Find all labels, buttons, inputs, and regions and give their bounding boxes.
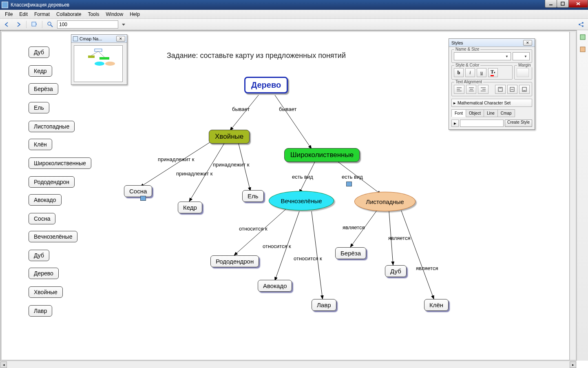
menu-format[interactable]: Format [31, 11, 53, 18]
node-label: Вечнозелёные [281, 197, 322, 204]
concept-pill[interactable]: Хвойные [29, 286, 63, 298]
vertical-scrollbar[interactable] [570, 31, 576, 360]
node-label: Листопадные [366, 198, 404, 205]
svg-line-32 [91, 51, 98, 55]
concept-pill[interactable]: Авокадо [29, 194, 62, 206]
bold-button[interactable]: b [454, 68, 464, 77]
align-right-button[interactable] [478, 85, 489, 94]
align-left-button[interactable] [454, 85, 464, 94]
concept-pill[interactable]: Ель [29, 102, 49, 113]
app-icon [2, 2, 8, 8]
valign-top-button[interactable] [495, 85, 506, 94]
concept-pill[interactable]: Вечнозелёные [29, 231, 77, 242]
navigator-close-button[interactable]: ✕ [116, 36, 125, 42]
concept-pill[interactable]: Листопадные [29, 121, 75, 132]
horizontal-scrollbar[interactable]: ◂ ▸ [0, 361, 577, 368]
node-conifer[interactable]: Хвойные [209, 130, 250, 144]
panel-toggle-icon-2[interactable] [578, 45, 587, 54]
canvas[interactable]: Задание: составьте карту из предложенных… [1, 31, 570, 360]
styles-close-button[interactable]: ✕ [523, 40, 532, 46]
leaf-avocado[interactable]: Авокадо [258, 280, 292, 292]
concept-pill[interactable]: Кедр [29, 65, 52, 77]
link-label: относится к [239, 226, 267, 232]
concept-pill[interactable]: Дерево [29, 268, 59, 279]
concept-pill[interactable]: Широколиственные [29, 157, 91, 169]
fieldset-name-size: Name & Size ▼ ▼ [451, 49, 532, 63]
link-label: бывает [232, 106, 250, 112]
valign-bottom-button[interactable] [519, 85, 530, 94]
margin-button[interactable] [517, 68, 529, 77]
font-size-combo[interactable]: ▼ [513, 52, 530, 60]
svg-line-11 [580, 25, 582, 26]
link-label: является [343, 224, 365, 231]
concept-pill[interactable]: Берёза [29, 83, 58, 95]
navigator-titlebar[interactable]: Cmap Na... ✕ [71, 35, 127, 43]
tab-cmap[interactable]: Cmap [497, 109, 515, 117]
node-evergreen[interactable]: Вечнозелёные [269, 191, 334, 211]
maximize-button[interactable] [557, 0, 569, 8]
math-charset-expand[interactable]: ▸ Mathematical Character Set [451, 99, 532, 107]
leaf-laurel[interactable]: Лавр [312, 299, 336, 311]
svg-line-2 [577, 2, 580, 5]
valign-middle-button[interactable] [507, 85, 518, 94]
styles-title: Styles [451, 40, 463, 45]
views-button[interactable] [30, 20, 39, 29]
concept-pill[interactable]: Рододендрон [29, 176, 75, 188]
forward-button[interactable] [14, 20, 23, 29]
text-color-button[interactable]: T▾ [488, 68, 498, 77]
share-icon[interactable] [577, 20, 586, 29]
svg-line-15 [275, 95, 312, 149]
close-button[interactable] [568, 0, 588, 8]
leaf-rhodo[interactable]: Рододендрон [210, 255, 259, 267]
resource-icon[interactable] [346, 182, 352, 186]
menu-edit[interactable]: Edit [16, 11, 31, 18]
node-deciduous[interactable]: Листопадные [354, 192, 416, 211]
tab-line[interactable]: Line [484, 109, 498, 117]
align-center-button[interactable] [466, 85, 477, 94]
svg-rect-13 [580, 47, 585, 52]
zoom-dropdown[interactable] [121, 20, 126, 29]
scroll-left-arrow[interactable]: ◂ [0, 361, 7, 368]
node-broadleaf[interactable]: Широколиственные [284, 148, 360, 162]
create-style-button[interactable]: Create Style [505, 120, 532, 127]
tab-font[interactable]: Font [451, 109, 466, 117]
concept-pill[interactable]: Дуб [29, 250, 49, 261]
concept-pill[interactable]: Клён [29, 139, 52, 150]
math-label: Mathematical Character Set [458, 100, 511, 105]
scroll-right-arrow[interactable]: ▸ [570, 361, 576, 368]
style-play-button[interactable]: ▸ [451, 120, 459, 127]
concept-pill[interactable]: Лавр [29, 305, 52, 317]
concept-pill[interactable]: Дуб [29, 47, 49, 58]
leaf-maple[interactable]: Клён [424, 299, 449, 311]
leaf-birch[interactable]: Берёза [335, 247, 366, 259]
menu-help[interactable]: Help [126, 11, 143, 18]
zoom-icon[interactable] [46, 20, 55, 29]
node-root[interactable]: Дерево [244, 77, 288, 93]
styles-titlebar[interactable]: Styles ✕ [449, 39, 535, 47]
fieldset-style-color: Style & Color b i u T▾ [451, 65, 513, 80]
italic-button[interactable]: i [465, 68, 475, 77]
menu-window[interactable]: Window [102, 11, 126, 18]
minimize-button[interactable] [545, 0, 557, 8]
style-name-input[interactable] [460, 120, 504, 127]
concept-pill[interactable]: Сосна [29, 213, 55, 224]
underline-button[interactable]: u [477, 68, 486, 77]
leaf-oak[interactable]: Дуб [385, 265, 407, 277]
resource-icon[interactable] [140, 196, 146, 201]
menu-tools[interactable]: Tools [84, 11, 102, 18]
svg-line-14 [230, 95, 259, 131]
back-button[interactable] [2, 20, 11, 29]
navigator-window[interactable]: Cmap Na... ✕ [71, 34, 127, 85]
styles-panel[interactable]: Styles ✕ Name & Size ▼ ▼ Style & Color b… [449, 38, 535, 130]
menu-collaborate[interactable]: Collaborate [53, 11, 84, 18]
font-family-combo[interactable]: ▼ [454, 52, 511, 60]
navigator-preview[interactable] [74, 45, 123, 82]
panel-toggle-icon[interactable] [578, 33, 587, 42]
toolbar [0, 19, 588, 30]
menu-file[interactable]: File [2, 11, 16, 18]
leaf-pine[interactable]: Сосна [124, 185, 152, 197]
leaf-cedar[interactable]: Кедр [178, 202, 202, 213]
zoom-input[interactable] [57, 20, 118, 29]
leaf-fir[interactable]: Ель [242, 190, 264, 202]
tab-object[interactable]: Object [466, 109, 484, 117]
